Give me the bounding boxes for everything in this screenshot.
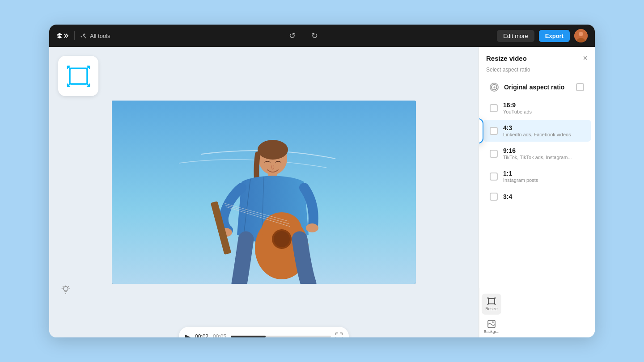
checkbox-4-3[interactable] — [490, 127, 498, 135]
time-current: 00:02 — [195, 333, 208, 337]
icon-sidebar: Resize Backgr... — [479, 288, 504, 337]
all-tools-button[interactable]: All tools — [80, 32, 110, 39]
sidebar-item-resize[interactable]: Resize — [482, 294, 501, 315]
aspect-option-3-4[interactable]: 3:4 — [483, 188, 591, 205]
aspect-info-3-4: 3:4 — [503, 193, 584, 200]
video-background — [112, 101, 416, 284]
aspect-option-1-1[interactable]: 1:1 Instagram posts — [483, 165, 591, 187]
resize-icon-card — [58, 56, 98, 96]
top-bar: ✂ All tools ↺ ↻ Edit more Export — [49, 25, 595, 47]
cursor-arrow — [479, 126, 482, 141]
background-sidebar-label: Backgr... — [483, 329, 499, 334]
aspect-info-16-9: 16:9 YouTube ads — [503, 101, 584, 114]
desc-1-1: Instagram posts — [503, 177, 584, 183]
progress-fill — [231, 336, 266, 337]
aspect-info-1-1: 1:1 Instagram posts — [503, 170, 584, 183]
original-aspect-icon — [491, 84, 498, 91]
aspect-info-9-16: 9:16 TikTok, TikTok ads, Instagram... — [503, 147, 584, 160]
fullscreen-button[interactable] — [335, 333, 343, 338]
bulb-icon — [61, 285, 71, 295]
original-icon — [490, 83, 499, 92]
desc-4-3: LinkedIn ads, Facebook videos — [503, 132, 584, 137]
desc-16-9: YouTube ads — [503, 109, 584, 114]
original-aspect-label: Original aspect ratio — [504, 84, 571, 91]
original-aspect-info: Original aspect ratio — [504, 84, 571, 91]
tooltip-bubble: 4:3 LinkedIn ads, Facebook videos — [479, 118, 483, 143]
undo-button[interactable]: ↺ — [286, 29, 299, 42]
app-window: ✂ All tools ↺ ↻ Edit more Export — [49, 25, 595, 337]
all-tools-label: All tools — [90, 33, 110, 39]
video-controls: ▶ 00:02 00:05 — [179, 327, 349, 337]
close-panel-button[interactable]: × — [583, 54, 588, 62]
checkbox-1-1[interactable] — [490, 173, 498, 181]
svg-rect-23 — [488, 320, 495, 328]
label-9-16: 9:16 — [503, 147, 584, 154]
topbar-center: ↺ ↻ — [116, 29, 492, 42]
magic-wand-icon — [80, 32, 87, 39]
canvas-area: ▶ 00:02 00:05 — [49, 47, 479, 337]
video-container — [112, 101, 416, 284]
svg-point-6 — [64, 286, 68, 291]
bulb-button[interactable] — [58, 282, 73, 297]
resize-panel: Resize video × Select aspect ratio Origi… — [479, 47, 595, 288]
svg-rect-22 — [488, 299, 495, 304]
topbar-divider — [74, 31, 75, 40]
svg-point-3 — [579, 32, 583, 36]
label-3-4: 3:4 — [503, 193, 584, 200]
panel-title: Resize video — [486, 55, 527, 62]
cursor-svg — [479, 126, 482, 139]
svg-rect-5 — [70, 68, 87, 84]
aspect-option-original[interactable]: Original aspect ratio — [483, 78, 591, 96]
desc-9-16: TikTok, TikTok ads, Instagram... — [503, 155, 584, 160]
time-total: 00:05 — [213, 333, 226, 337]
play-button[interactable]: ▶ — [185, 333, 191, 338]
label-16-9: 16:9 — [503, 101, 584, 109]
aspect-option-9-16[interactable]: 9:16 TikTok, TikTok ads, Instagram... — [483, 143, 591, 164]
fullscreen-icon — [335, 333, 343, 338]
export-button[interactable]: Export — [539, 30, 570, 42]
topbar-right: Edit more Export — [497, 29, 588, 42]
resize-sidebar-label: Resize — [485, 307, 498, 311]
main-area: ▶ 00:02 00:05 Resize vid — [49, 47, 595, 337]
checkbox-16-9[interactable] — [490, 104, 498, 112]
checkbox-9-16[interactable] — [490, 150, 498, 158]
label-1-1: 1:1 — [503, 170, 584, 177]
background-sidebar-icon — [487, 320, 496, 328]
svg-point-24 — [492, 321, 494, 323]
sidebar-item-background[interactable]: Backgr... — [482, 316, 501, 337]
avatar[interactable] — [574, 29, 588, 42]
aspect-option-4-3[interactable]: 4:3 LinkedIn ads, Facebook videos 4:3 Li… — [483, 120, 591, 142]
svg-point-16 — [274, 231, 290, 247]
panel-header: Resize video × — [479, 47, 595, 67]
progress-bar[interactable] — [231, 336, 331, 337]
aspect-option-16-9[interactable]: 16:9 YouTube ads — [483, 97, 591, 119]
right-panel: Resize video × Select aspect ratio Origi… — [479, 47, 595, 337]
checkbox-3-4[interactable] — [490, 193, 498, 201]
svg-point-12 — [306, 223, 318, 232]
logo-icon: ✂ — [56, 29, 69, 42]
original-checkbox[interactable] — [576, 83, 584, 91]
edit-more-button[interactable]: Edit more — [497, 30, 534, 42]
panel-subtitle: Select aspect ratio — [479, 67, 595, 77]
redo-button[interactable]: ↻ — [308, 29, 322, 42]
resize-sidebar-icon — [487, 297, 496, 305]
svg-point-9 — [258, 140, 288, 160]
label-4-3: 4:3 — [503, 124, 584, 131]
video-scene — [112, 101, 416, 284]
resize-card-svg — [66, 64, 91, 88]
aspect-info-4-3: 4:3 LinkedIn ads, Facebook videos — [503, 124, 584, 137]
